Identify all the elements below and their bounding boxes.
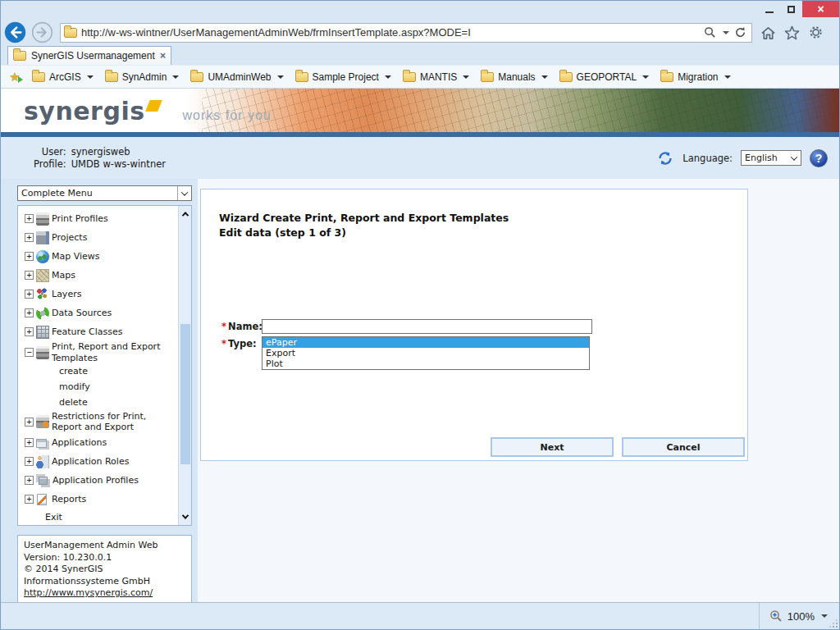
sidebar-item-data-sources[interactable]: +Data Sources — [25, 304, 174, 322]
forward-button[interactable] — [31, 21, 53, 43]
cancel-button[interactable]: Cancel — [622, 437, 745, 457]
applications-icon — [36, 439, 47, 448]
reload-profile-icon[interactable] — [656, 149, 674, 167]
wizard-title: Wizard Create Print, Report and Export T… — [219, 212, 509, 224]
favorites-item-arcgis[interactable]: ArcGIS — [27, 69, 100, 85]
folder-icon — [32, 72, 45, 82]
expand-icon[interactable]: + — [25, 327, 34, 336]
back-button[interactable] — [4, 21, 26, 43]
expand-icon[interactable]: + — [25, 418, 34, 427]
collapse-icon[interactable]: − — [25, 348, 34, 357]
tree-scrollbar[interactable] — [178, 206, 191, 525]
sidebar-item-print-report-and-export-templates[interactable]: −Print, Report and Export Templates — [25, 341, 174, 364]
url-text[interactable]: http://w-ws-wintner/UserManagementAdminW… — [81, 26, 702, 39]
scrollbar-thumb[interactable] — [180, 324, 190, 464]
expand-icon[interactable]: + — [25, 233, 34, 242]
user-value: synergisweb — [71, 146, 166, 158]
favorites-star-icon[interactable] — [784, 25, 800, 40]
sidebar-item-feature-classes[interactable]: +Feature Classes — [25, 322, 174, 341]
type-listbox[interactable]: ePaperExportPlot — [262, 336, 590, 370]
sidebar-item-map-views[interactable]: +Map Views — [25, 247, 174, 266]
search-dropdown-icon[interactable] — [723, 31, 729, 34]
sidebar-item-application-profiles[interactable]: +Application Profiles — [25, 471, 174, 490]
minimize-button[interactable] — [758, 1, 780, 17]
favorites-item-label: UMAdminWeb — [208, 71, 271, 83]
sidebar-item-reports[interactable]: +Reports — [25, 490, 174, 509]
name-input[interactable] — [262, 319, 592, 334]
expand-icon[interactable]: + — [25, 495, 34, 504]
favorites-bar: ★ ArcGISSynAdminUMAdminWebSample Project… — [1, 65, 839, 89]
tree-item-label: Applications — [52, 437, 107, 449]
language-select[interactable]: English — [741, 150, 801, 166]
sidebar-item-delete[interactable]: delete — [25, 395, 174, 411]
search-icon[interactable] — [704, 26, 716, 39]
expand-icon[interactable]: + — [25, 476, 34, 485]
settings-gear-icon[interactable] — [808, 25, 824, 40]
type-option-plot[interactable]: Plot — [262, 358, 589, 369]
tree-item-label: delete — [59, 397, 88, 409]
folder-icon — [105, 72, 118, 82]
footer-link[interactable]: http://www.mysynergis.com/ — [24, 587, 153, 598]
sidebar-item-modify[interactable]: modify — [25, 380, 174, 395]
scroll-up-icon[interactable] — [179, 208, 192, 221]
expand-icon[interactable]: + — [25, 438, 34, 447]
profile-label: Profile: — [34, 158, 66, 170]
menu-mode-select[interactable]: Complete Menu — [17, 185, 192, 201]
expand-icon[interactable]: + — [25, 271, 34, 280]
synergis-logo: synergis works for you — [24, 97, 272, 126]
zoom-control[interactable]: 100% — [759, 603, 828, 629]
tab-synergis-usermanagement[interactable]: SynerGIS Usermanagement ... × — [7, 46, 171, 65]
favorites-item-synadmin[interactable]: SynAdmin — [100, 69, 186, 85]
favorites-item-migration[interactable]: Migration — [655, 69, 737, 85]
tree-item-label: Restrictions for Print, Report and Expor… — [52, 411, 168, 434]
expand-icon[interactable]: + — [25, 214, 34, 223]
scroll-down-icon[interactable] — [179, 510, 192, 523]
type-label: *Type: — [221, 338, 257, 349]
refresh-icon[interactable] — [734, 26, 746, 39]
menu-mode-value: Complete Menu — [18, 188, 177, 199]
help-button[interactable]: ? — [810, 149, 828, 167]
type-option-epaper[interactable]: ePaper — [262, 337, 589, 348]
favorites-item-mantis[interactable]: MANTIS — [398, 69, 476, 85]
favorites-item-umadminweb[interactable]: UMAdminWeb — [185, 69, 290, 85]
next-button[interactable]: Next — [491, 437, 614, 457]
reports-icon — [37, 494, 47, 505]
expand-icon[interactable]: + — [25, 457, 34, 466]
type-option-export[interactable]: Export — [262, 348, 589, 358]
tab-close-icon[interactable]: × — [160, 50, 166, 62]
chevron-down-icon — [463, 75, 469, 79]
close-button[interactable]: × — [802, 1, 839, 17]
sidebar-item-create[interactable]: create — [25, 364, 174, 380]
sidebar-item-print-profiles[interactable]: +Print Profiles — [25, 209, 174, 228]
zoom-dropdown-icon[interactable] — [821, 614, 828, 618]
expand-icon[interactable]: + — [25, 290, 34, 299]
favorites-item-manuals[interactable]: Manuals — [476, 69, 554, 85]
status-bar: 100% — [1, 602, 839, 629]
tree-item-label: Print Profiles — [52, 213, 108, 225]
chevron-down-icon — [385, 75, 391, 79]
add-favorite-icon[interactable]: ★ — [6, 70, 24, 84]
address-bar[interactable]: http://w-ws-wintner/UserManagementAdminW… — [60, 23, 752, 43]
sidebar-item-applications[interactable]: +Applications — [25, 433, 174, 452]
sidebar-item-layers[interactable]: +Layers — [25, 285, 174, 304]
favorites-item-sample-project[interactable]: Sample Project — [290, 69, 398, 85]
logo-diamond-icon — [145, 100, 162, 112]
tree-item-label: Application Profiles — [52, 475, 139, 486]
maximize-button[interactable] — [780, 1, 802, 17]
favorites-item-geoportal[interactable]: GEOPORTAL — [555, 69, 656, 85]
tree-item-label: Reports — [52, 494, 86, 505]
expand-icon[interactable]: + — [25, 252, 34, 261]
sidebar-item-application-roles[interactable]: +Application Roles — [25, 452, 174, 471]
sidebar-item-restrictions-for-print-report-and-export[interactable]: +Restrictions for Print, Report and Expo… — [25, 411, 174, 434]
navigation-bar: http://w-ws-wintner/UserManagementAdminW… — [1, 19, 839, 46]
sidebar-item-exit[interactable]: Exit — [25, 509, 174, 526]
tree-item-label: create — [59, 366, 88, 377]
favorites-item-label: SynAdmin — [122, 71, 167, 83]
sidebar-item-projects[interactable]: +Projects — [25, 228, 174, 247]
expand-icon[interactable]: + — [25, 308, 34, 317]
resize-grip[interactable] — [829, 619, 838, 628]
home-icon[interactable] — [760, 25, 776, 40]
logo-text: synergis — [24, 97, 145, 126]
folder-icon — [481, 72, 494, 82]
sidebar-item-maps[interactable]: +Maps — [25, 266, 174, 285]
